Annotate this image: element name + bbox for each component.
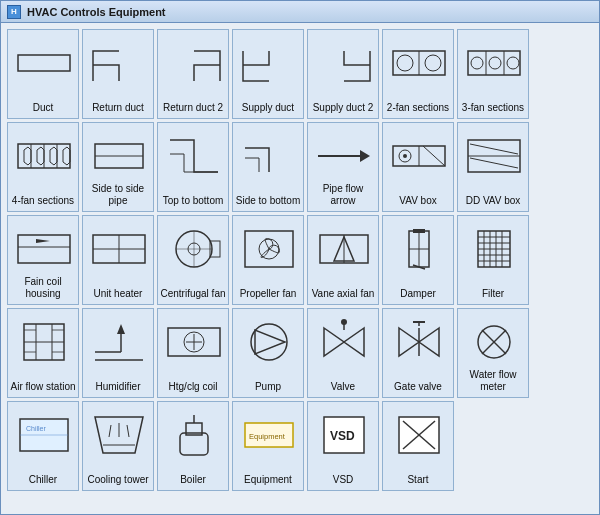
symbol-fain-coil-housing [12,220,76,278]
label-filter: Filter [460,288,526,300]
hvac-window: H HVAC Controls Equipment Duct Return du… [0,0,600,515]
item-return-duct-2[interactable]: Return duct 2 [157,29,229,119]
svg-marker-82 [344,328,364,356]
label-propeller-fan: Propeller fan [235,288,301,300]
item-start[interactable]: Start [382,401,454,491]
svg-marker-73 [117,324,125,334]
item-propeller-fan[interactable]: Propeller fan [232,215,304,305]
label-boiler: Boiler [160,474,226,486]
item-centrifugal-fan[interactable]: Centrifugal fan [157,215,229,305]
item-valve[interactable]: Valve [307,308,379,398]
item-filter[interactable]: Filter [457,215,529,305]
item-duct[interactable]: Duct [7,29,79,119]
svg-rect-32 [18,235,70,263]
item-cooling-tower[interactable]: Cooling tower [82,401,154,491]
svg-rect-101 [180,433,208,455]
equipment-grid: Duct Return duct Return duct 2 [1,23,599,497]
symbol-air-flow-station [12,313,76,371]
label-2-fan-sections: 2-fan sections [385,102,451,114]
symbol-2-fan-sections [387,34,451,92]
item-side-to-side-pipe[interactable]: Side to side pipe [82,122,154,212]
label-duct: Duct [10,102,76,114]
svg-line-27 [423,146,445,166]
svg-rect-5 [468,51,520,75]
svg-point-10 [507,57,519,69]
item-unit-heater[interactable]: Unit heater [82,215,154,305]
label-supply-duct-2: Supply duct 2 [310,102,376,114]
symbol-cooling-tower [87,406,151,464]
symbol-4-fan-sections [12,127,76,185]
window-title: HVAC Controls Equipment [27,6,166,18]
item-gate-valve[interactable]: Gate valve [382,308,454,398]
symbol-vane-axial-fan [312,220,376,278]
label-humidifier: Humidifier [85,381,151,393]
svg-line-30 [470,144,518,154]
svg-line-97 [109,425,111,437]
label-return-duct: Return duct [85,102,151,114]
svg-marker-81 [324,328,344,356]
item-water-flow-meter[interactable]: Water flow meter [457,308,529,398]
item-chiller[interactable]: Chiller Chiller [7,401,79,491]
symbol-vav-box [387,127,451,185]
symbol-side-to-side-pipe [87,127,151,185]
item-damper[interactable]: Damper [382,215,454,305]
symbol-supply-duct [237,34,301,92]
item-dd-vav-box[interactable]: DD VAV box [457,122,529,212]
item-vane-axial-fan[interactable]: Vane axial fan [307,215,379,305]
item-side-to-bottom[interactable]: Side to bottom [232,122,304,212]
label-fain-coil-housing: Fain coil housing [10,276,76,300]
svg-rect-0 [18,55,70,71]
item-return-duct[interactable]: Return duct [82,29,154,119]
item-equipment[interactable]: Equipment Equipment [232,401,304,491]
label-pipe-flow-arrow: Pipe flow arrow [310,183,376,207]
symbol-propeller-fan [237,220,301,278]
label-equipment: Equipment [235,474,301,486]
svg-text:VSD: VSD [330,429,355,443]
item-supply-duct[interactable]: Supply duct [232,29,304,119]
symbol-water-flow-meter [462,313,526,371]
item-htg-clg-coil[interactable]: Htg/clg coil [157,308,229,398]
item-4-fan-sections[interactable]: 4-fan sections [7,122,79,212]
svg-line-99 [127,425,129,437]
title-bar: H HVAC Controls Equipment [1,1,599,23]
symbol-filter [462,220,526,278]
symbol-damper [387,220,451,278]
item-vsd[interactable]: VSD VSD [307,401,379,491]
svg-marker-17 [50,147,57,165]
item-boiler[interactable]: Boiler [157,401,229,491]
label-supply-duct: Supply duct [235,102,301,114]
svg-point-4 [425,55,441,71]
label-htg-clg-coil: Htg/clg coil [160,381,226,393]
svg-marker-86 [419,328,439,356]
symbol-chiller: Chiller [12,406,76,464]
item-fain-coil-housing[interactable]: Fain coil housing [7,215,79,305]
item-supply-duct-2[interactable]: Supply duct 2 [307,29,379,119]
symbol-boiler [162,406,226,464]
label-air-flow-station: Air flow station [10,381,76,393]
svg-marker-15 [24,147,31,165]
symbol-start [387,406,451,464]
symbol-unit-heater [87,220,151,278]
label-dd-vav-box: DD VAV box [460,195,526,207]
label-unit-heater: Unit heater [85,288,151,300]
symbol-pipe-flow-arrow [312,127,376,185]
svg-marker-85 [399,328,419,356]
svg-point-25 [403,154,407,158]
label-top-to-bottom: Top to bottom [160,195,226,207]
label-side-to-side-pipe: Side to side pipe [85,183,151,207]
label-vav-box: VAV box [385,195,451,207]
label-start: Start [385,474,451,486]
item-air-flow-station[interactable]: Air flow station [7,308,79,398]
item-3-fan-sections[interactable]: 3-fan sections [457,29,529,119]
item-top-to-bottom[interactable]: Top to bottom [157,122,229,212]
label-4-fan-sections: 4-fan sections [10,195,76,207]
label-return-duct-2: Return duct 2 [160,102,226,114]
item-2-fan-sections[interactable]: 2-fan sections [382,29,454,119]
item-pipe-flow-arrow[interactable]: Pipe flow arrow [307,122,379,212]
symbol-dd-vav-box [462,127,526,185]
item-vav-box[interactable]: VAV box [382,122,454,212]
symbol-equipment: Equipment [237,406,301,464]
symbol-3-fan-sections [462,34,526,92]
item-pump[interactable]: Pump [232,308,304,398]
item-humidifier[interactable]: Humidifier [82,308,154,398]
